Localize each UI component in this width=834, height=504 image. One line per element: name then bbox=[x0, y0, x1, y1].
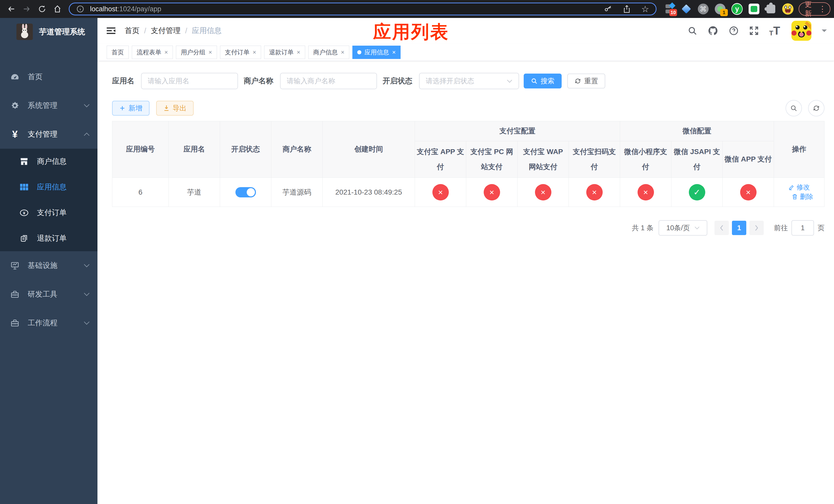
fullscreen-icon[interactable] bbox=[749, 26, 759, 36]
tab-app-info[interactable]: 应用信息× bbox=[352, 46, 401, 59]
user-avatar[interactable] bbox=[791, 21, 811, 41]
tab-pay-order[interactable]: 支付订单× bbox=[220, 46, 261, 59]
cell-app-name: 芋道 bbox=[169, 178, 220, 207]
sidebar-item-infrastructure[interactable]: 基础设施 bbox=[0, 251, 97, 280]
extensions-row: 10 ⌘ 1 y bbox=[664, 3, 793, 15]
extension-kite-icon[interactable] bbox=[681, 3, 692, 15]
browser-reload-icon[interactable] bbox=[36, 2, 49, 16]
close-icon[interactable]: × bbox=[208, 49, 212, 55]
tab-user-group[interactable]: 用户分组× bbox=[176, 46, 217, 59]
tab-home[interactable]: 首页 bbox=[107, 46, 129, 59]
extensions-puzzle-icon[interactable] bbox=[765, 3, 776, 15]
chevron-down-icon bbox=[695, 226, 700, 229]
add-button[interactable]: 新增 bbox=[112, 101, 150, 116]
pagination: 共 1 条 10条/页 1 前往 bbox=[112, 220, 825, 235]
extension-command-icon[interactable]: ⌘ bbox=[698, 3, 709, 15]
chevron-up-icon bbox=[84, 133, 90, 136]
sidebar-logo[interactable]: 芋道管理系统 bbox=[0, 18, 97, 46]
active-dot bbox=[357, 50, 361, 54]
reset-button[interactable]: 重置 bbox=[567, 74, 605, 88]
share-icon[interactable] bbox=[623, 5, 631, 13]
browser-home-icon[interactable] bbox=[51, 2, 64, 16]
enabled-switch[interactable] bbox=[236, 187, 256, 198]
logo-image bbox=[16, 24, 33, 40]
app-name-input[interactable] bbox=[141, 73, 238, 89]
sidebar-item-home[interactable]: 首页 bbox=[0, 63, 97, 91]
close-icon[interactable]: × bbox=[253, 49, 256, 55]
close-icon[interactable]: × bbox=[341, 49, 345, 55]
sidebar-item-system[interactable]: 系统管理 bbox=[0, 91, 97, 120]
toggle-search-button[interactable] bbox=[786, 100, 802, 116]
close-icon[interactable]: × bbox=[392, 49, 396, 55]
status-badge: × bbox=[740, 184, 756, 201]
sidebar-toggle-icon[interactable] bbox=[106, 27, 116, 35]
sidebar-item-merchant-info[interactable]: 商户信息 bbox=[0, 149, 97, 174]
prev-page-button[interactable] bbox=[715, 221, 729, 235]
page-number-current[interactable]: 1 bbox=[732, 221, 746, 235]
pay-order-icon: ¥ bbox=[20, 209, 29, 216]
refresh-table-button[interactable] bbox=[808, 100, 825, 116]
sidebar-item-app-info[interactable]: 应用信息 bbox=[0, 174, 97, 200]
col-header-actions: 操作 bbox=[774, 121, 825, 178]
site-info-icon[interactable] bbox=[76, 5, 84, 13]
extension-blocks-icon[interactable]: 10 bbox=[664, 3, 675, 15]
browser-back-icon[interactable] bbox=[5, 2, 18, 16]
font-size-icon[interactable]: TT bbox=[769, 25, 780, 37]
breadcrumb-home[interactable]: 首页 bbox=[125, 26, 139, 36]
sidebar-item-dev-tools[interactable]: 研发工具 bbox=[0, 280, 97, 308]
svg-text:¥: ¥ bbox=[23, 211, 25, 215]
delete-link[interactable]: 删除 bbox=[792, 192, 813, 201]
url-bar[interactable]: localhost:1024/pay/app ☆ bbox=[69, 3, 657, 15]
monitor-chart-icon bbox=[10, 262, 20, 270]
search-button[interactable]: 搜索 bbox=[524, 74, 562, 88]
chrome-menu-icon[interactable]: ⋮ bbox=[819, 5, 826, 13]
screen: localhost:1024/pay/app ☆ 10 ⌘ 1 bbox=[0, 0, 834, 504]
chrome-update-button[interactable]: 更新 ⋮ bbox=[798, 2, 830, 16]
export-button[interactable]: 导出 bbox=[156, 101, 194, 116]
help-icon[interactable] bbox=[729, 26, 739, 36]
sidebar-item-workflow[interactable]: 工作流程 bbox=[0, 308, 97, 337]
app-title: 芋道管理系统 bbox=[39, 27, 85, 37]
col-header-alipay-app: 支付宝 APP 支付 bbox=[415, 141, 466, 178]
close-icon[interactable]: × bbox=[297, 49, 300, 55]
close-icon[interactable]: × bbox=[164, 49, 168, 55]
sidebar-menu: 首页 系统管理 ¥ 支付管理 bbox=[0, 63, 97, 337]
chevron-down-icon bbox=[507, 79, 512, 83]
search-form: 应用名 商户名称 开启状态 请选择开启状态 bbox=[112, 73, 825, 89]
url-text: localhost:1024/pay/app bbox=[90, 5, 604, 13]
profile-emoji-avatar[interactable] bbox=[782, 3, 793, 15]
sidebar-item-payment[interactable]: ¥ 支付管理 bbox=[0, 120, 97, 149]
col-header-wechat-app: 微信 APP 支付 bbox=[723, 141, 774, 178]
status-select[interactable]: 请选择开启状态 bbox=[419, 73, 519, 89]
page-size-select[interactable]: 10条/页 bbox=[659, 220, 707, 235]
extension-recorder-icon[interactable]: 1 bbox=[715, 3, 726, 15]
breadcrumb-current: 应用信息 bbox=[192, 26, 222, 36]
password-key-icon[interactable] bbox=[604, 5, 612, 13]
extension-chat-icon[interactable] bbox=[748, 3, 760, 15]
breadcrumb-payment[interactable]: 支付管理 bbox=[151, 26, 180, 36]
bookmark-star-icon[interactable]: ☆ bbox=[641, 5, 649, 13]
next-page-button[interactable] bbox=[749, 221, 764, 235]
col-header-alipay-pc: 支付宝 PC 网站支付 bbox=[466, 141, 518, 178]
status-badge: × bbox=[432, 184, 449, 201]
cell-wechat-app: × bbox=[723, 178, 774, 207]
goto-page-input[interactable] bbox=[791, 220, 814, 235]
tab-process-form[interactable]: 流程表单× bbox=[132, 46, 173, 59]
extension-badge: 1 bbox=[720, 9, 728, 16]
col-header-app-id: 应用编号 bbox=[112, 121, 169, 178]
sidebar-item-pay-order[interactable]: ¥ 支付订单 bbox=[0, 200, 97, 226]
sidebar-item-refund-order[interactable]: 退款订单 bbox=[0, 226, 97, 251]
github-icon[interactable] bbox=[707, 25, 718, 36]
merchant-name-input[interactable] bbox=[280, 73, 377, 89]
dashboard-gauge-icon bbox=[10, 73, 20, 81]
edit-link[interactable]: 修改 bbox=[788, 183, 810, 192]
caret-down-icon[interactable] bbox=[822, 29, 827, 35]
tab-merchant-info[interactable]: 商户信息× bbox=[308, 46, 349, 59]
search-icon[interactable] bbox=[687, 26, 697, 36]
status-badge: × bbox=[586, 184, 603, 201]
extension-y-icon[interactable]: y bbox=[731, 3, 743, 15]
chevron-down-icon bbox=[84, 264, 90, 267]
browser-forward-icon[interactable] bbox=[20, 2, 33, 16]
tab-refund-order[interactable]: 退款订单× bbox=[264, 46, 305, 59]
group-header-wechat: 微信配置 bbox=[620, 121, 774, 141]
